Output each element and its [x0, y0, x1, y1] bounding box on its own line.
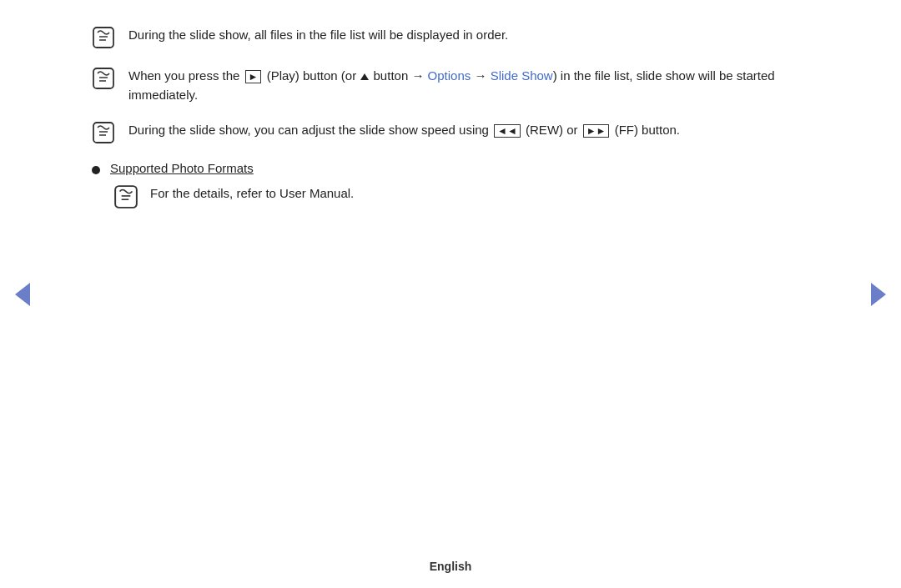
- bullet-content: Supported Photo Formats For the details,…: [110, 161, 826, 209]
- nav-right-button[interactable]: [871, 283, 886, 306]
- svg-rect-3: [93, 68, 113, 88]
- svg-rect-0: [93, 28, 113, 48]
- note-text-2: When you press the ► (Play) button (or b…: [128, 66, 826, 105]
- bullet-dot: [92, 166, 100, 174]
- note-icon-2: [92, 67, 117, 92]
- footer-language: English: [430, 560, 472, 573]
- svg-rect-9: [115, 186, 137, 208]
- slideshow-link[interactable]: Slide Show: [491, 68, 553, 83]
- right-arrow-icon: [871, 283, 886, 306]
- note-icon-3: [92, 121, 117, 146]
- note-item-3: During the slide show, you can adjust th…: [92, 120, 826, 146]
- play-button-icon: ►: [245, 70, 262, 83]
- note-text-1: During the slide show, all files in the …: [128, 25, 826, 44]
- note-text-3: During the slide show, you can adjust th…: [128, 120, 826, 139]
- rew-button-icon: ◄◄: [494, 124, 521, 138]
- sub-note: For the details, refer to User Manual.: [113, 183, 826, 209]
- supported-formats-title: Supported Photo Formats: [110, 161, 826, 175]
- note-item-1: During the slide show, all files in the …: [92, 25, 826, 51]
- supported-formats-section: Supported Photo Formats For the details,…: [92, 161, 826, 209]
- sub-note-icon: [113, 184, 138, 209]
- triangle-up-icon: [360, 73, 369, 80]
- note-icon-1: [92, 26, 117, 51]
- left-arrow-icon: [15, 283, 30, 306]
- options-link[interactable]: Options: [428, 68, 471, 83]
- nav-left-button[interactable]: [15, 283, 30, 306]
- ff-button-icon: ►►: [583, 124, 610, 138]
- sub-note-text: For the details, refer to User Manual.: [150, 183, 354, 203]
- main-content: During the slide show, all files in the …: [92, 25, 826, 218]
- svg-rect-6: [93, 123, 113, 143]
- note-item-2: When you press the ► (Play) button (or b…: [92, 66, 826, 105]
